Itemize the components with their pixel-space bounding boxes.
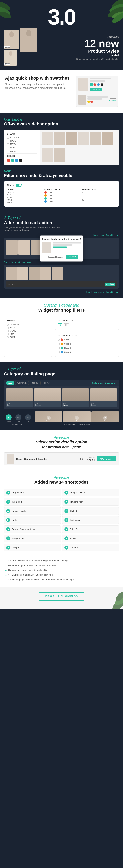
shortcode-section-divider: ▬ Section Divider xyxy=(4,507,61,515)
view-cart-btn[interactable]: View Cart xyxy=(66,255,78,259)
ajax-mockup: Add to Cart £19.99 $26.98 xyxy=(76,75,118,107)
shortcode-price-box-icon: ◆ xyxy=(65,527,69,531)
shortcode-price-box: ◆ Price Box xyxy=(62,525,119,533)
after-cart-title: After add to cart action xyxy=(4,220,119,225)
view-full-changelog-button[interactable]: VIEW FULL CHANGELOG xyxy=(39,592,84,600)
cat-product-3: Item$45.00 xyxy=(62,389,89,407)
shortcode-images-gallery-icon: ▪ xyxy=(65,491,69,495)
shortcode-image-slider-icon: ▪ xyxy=(6,536,10,540)
feature-4: + 'HTML Blocks' functionality (Custom po… xyxy=(5,574,118,577)
shortcode-video-icon: ▶ xyxy=(65,536,69,540)
filter-toggle[interactable] xyxy=(16,184,22,187)
shortcode-progress-bar: ■ Progress Bar xyxy=(4,489,61,496)
filter-text-group: FILTER BY TEXT S M L XL xyxy=(82,188,116,204)
category-title: Category on listing page xyxy=(4,371,119,377)
category-listing-mockup: ALL WOMEN(1) MEN(1) BOY(1) Background wi… xyxy=(4,380,119,409)
hero-content: $19.99 $26.98 Awesome 12 new Product Sty… xyxy=(4,30,119,66)
hero-section: 3.0 $19.99 $26.98 Awesome 12 new Product… xyxy=(0,0,123,69)
continue-shopping-btn[interactable]: Continue Shopping xyxy=(45,255,65,259)
ajax-desc: Now you don't need to go to the variable… xyxy=(5,83,72,90)
filter-brand-group: BRAND ACIMTOP NAOC MOXK NUAE ZARA xyxy=(7,188,41,204)
category-tabs-bar: ALL WOMEN(1) MEN(1) BOY(1) Background wi… xyxy=(4,380,119,386)
cat-product-1: Item$29.99 xyxy=(6,389,33,407)
sidebar-title: Off-canvas sidebar option xyxy=(4,121,119,127)
changelog-leaf-decoration xyxy=(99,589,123,609)
sticky-add-to-cart-button[interactable]: ADD TO CART xyxy=(97,456,116,462)
shortcodes-awesome-label: Awesome xyxy=(4,475,119,479)
sticky-qty-control: - 1 + xyxy=(77,457,85,461)
feature-5: + Additional google fonts functionality … xyxy=(5,579,118,582)
shortcode-timeline-item-icon: ■ xyxy=(65,500,69,504)
feature-bullet-1: + xyxy=(5,559,7,562)
after-cart-tag: 3 Type of xyxy=(4,216,119,220)
sticky-price-block: $22.25 $22.31 xyxy=(87,456,95,462)
sidebar-filter-item: ACIMTOP xyxy=(7,136,37,139)
shortcodes-section: Awesome Added new 14 shortcodes ■ Progre… xyxy=(0,470,123,556)
shortcode-product-category: ■ Product Category Items xyxy=(4,525,61,533)
feature-bullet-4: + xyxy=(5,574,7,577)
shortcode-counter-icon: ■ xyxy=(65,546,69,550)
shortcode-image-slider: ▪ Image Slider xyxy=(4,535,61,542)
shortcode-info-box: ● Info Box 2 xyxy=(4,498,61,505)
filter-section: New Filter show hide & always visible Fi… xyxy=(0,165,123,211)
leaf-right-decoration xyxy=(97,0,123,30)
offcanvas-indicator: Open Off-canvas cart after add to cart xyxy=(4,291,119,293)
sidebar-filter-item: ZARA xyxy=(7,150,37,152)
sticky-action-section: Awesome Sticky action details option for… xyxy=(0,430,123,470)
filter-tag: New xyxy=(4,169,10,173)
feature-1: + Add 8 new social share options for blo… xyxy=(5,559,118,562)
filter-text-widget: FILTER BY TEXT − S M xyxy=(55,317,119,330)
sidebar-filter-item: MOXK xyxy=(7,143,37,146)
filter-color-widget: FILTER BY COLOR − Color 1 Color 2 Color … xyxy=(55,332,119,357)
after-cart-desc: Now you can choose which action to be ap… xyxy=(4,226,60,231)
filter-title: Filter show hide & always visible xyxy=(4,173,119,178)
cat-type-icon: ☻ Women ☺ Men ☸ Kids Icon with ca xyxy=(4,414,32,426)
shortcode-button-icon: ▶ xyxy=(6,518,10,522)
shortcode-hotspot: ● Hotspot xyxy=(4,544,61,551)
shortcode-progress-bar-icon: ■ xyxy=(6,491,10,495)
shortcode-info-box-icon: ● xyxy=(6,500,10,504)
filter-color-group: FILTER BY COLOR Color 1 Color 2 Color 3 … xyxy=(44,188,79,204)
shop-popup-mockup: Product has been added to your cart! Con… xyxy=(4,238,119,259)
shortcode-callout-icon: ✉ xyxy=(65,509,69,513)
custom-sidebar-tag: Custom sidebar and xyxy=(4,303,119,308)
shortcode-button: ▶ Button xyxy=(4,516,61,524)
mini-cart-indicator: Open mini cart after add to cart xyxy=(4,261,119,264)
ajax-title: Ajax quick shop with swatches xyxy=(5,75,72,81)
shortcode-images-gallery: ▪ Images Gallery xyxy=(62,489,119,496)
background-with-category-label: Background with category xyxy=(92,382,117,384)
features-section: + Add 8 new social share options for blo… xyxy=(0,556,123,587)
shortcode-timeline-item: ■ Timeline Item xyxy=(62,498,119,505)
feature-3: + Hide cart for guest user not functiona… xyxy=(5,569,118,572)
feature-bullet-2: + xyxy=(5,564,7,567)
feature-2: + New theme option 'Products Columns On … xyxy=(5,564,118,567)
popup-title: Product has been added to your cart! xyxy=(42,238,81,240)
sidebar-section: New Sidebar Off-canvas sidebar option BR… xyxy=(0,113,123,165)
shortcodes-grid: ■ Progress Bar ▪ Images Gallery ● Info B… xyxy=(4,489,119,551)
cat-type-icon-bg: ☻ Women ☺ Men ☸ Kids Icon & Background w… xyxy=(35,411,119,426)
mini-cart-mockup: Cart (2 items) Checkout xyxy=(4,265,119,288)
shortcode-hotspot-icon: ● xyxy=(6,546,10,550)
product-thumb-3 xyxy=(20,28,37,52)
shortcode-testimonial: ☺ Testimonial xyxy=(62,516,119,524)
shortcodes-title: Added new 14 shortcodes xyxy=(4,479,119,485)
leaf-left-decoration xyxy=(0,0,18,22)
category-tag: 3 Type of xyxy=(4,367,119,371)
shortcode-section-divider-icon: ▬ xyxy=(6,509,10,513)
sticky-bar-mockup: Dietary Supplement Capsules - 1 + $22.25… xyxy=(4,452,119,465)
category-section: 3 Type of Category on listing page ALL W… xyxy=(0,362,123,430)
shortcode-video: ▶ Video xyxy=(62,535,119,542)
sticky-product-image xyxy=(7,454,14,464)
filter-bar: Filters xyxy=(7,184,116,187)
cart-popup: Product has been added to your cart! Con… xyxy=(40,235,83,261)
hero-right-text: Awesome 12 new Product Styles added Now … xyxy=(37,35,119,60)
shortcode-product-category-icon: ■ xyxy=(6,527,10,531)
product-thumb-1: $19.99 xyxy=(4,30,19,49)
sidebar-filter-item: NAOC xyxy=(7,140,37,142)
hero-image-stack-1: $19.99 $26.98 xyxy=(4,30,19,66)
sidebar-products xyxy=(40,129,119,165)
sticky-awesome-label: Awesome xyxy=(4,435,119,440)
shortcode-testimonial-icon: ☺ xyxy=(65,518,69,522)
cat-product-4: Item$22.00 xyxy=(90,389,117,407)
sticky-product-info: Dietary Supplement Capsules xyxy=(16,458,75,460)
